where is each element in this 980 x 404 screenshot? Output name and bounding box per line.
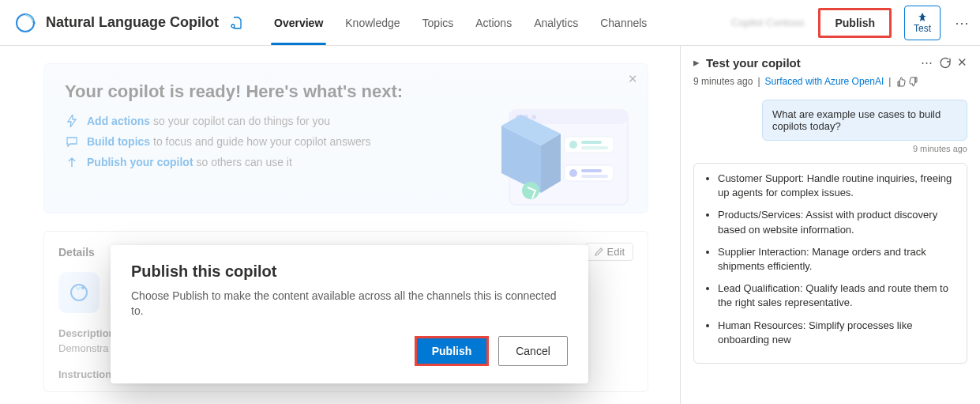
tab-overview[interactable]: Overview bbox=[263, 0, 334, 45]
tab-knowledge[interactable]: Knowledge bbox=[334, 0, 411, 45]
modal-title: Publish this copilot bbox=[131, 262, 568, 281]
message-meta: 9 minutes ago | Surfaced with Azure Open… bbox=[693, 76, 967, 87]
test-panel: ▸ Test your copilot ⋯ ✕ 9 minutes ago | … bbox=[680, 46, 980, 404]
test-button-label: Test bbox=[914, 23, 931, 34]
bot-message: Customer Support: Handle routine inquiri… bbox=[693, 163, 967, 364]
environment-label: Copilot Contoso bbox=[731, 17, 805, 28]
svg-point-2 bbox=[231, 25, 235, 28]
bot-item: Supplier Interaction: Manage orders and … bbox=[718, 245, 959, 274]
top-bar: Natural Language Copilot Overview Knowle… bbox=[0, 0, 980, 46]
publish-highlight: Publish bbox=[415, 336, 489, 366]
bot-item: Lead Qualification: Qualify leads and ro… bbox=[718, 281, 959, 310]
reply-timestamp: 9 minutes ago bbox=[693, 144, 967, 153]
modal-cancel-button[interactable]: Cancel bbox=[498, 336, 568, 366]
source-link[interactable]: Surfaced with Azure OpenAI bbox=[765, 76, 884, 87]
nav-tabs: Overview Knowledge Topics Actions Analyt… bbox=[263, 0, 658, 45]
bot-item: Human Resources: Simplify processes like… bbox=[718, 319, 959, 347]
test-panel-title: Test your copilot bbox=[706, 56, 914, 70]
modal-publish-button[interactable]: Publish bbox=[417, 338, 486, 364]
modal-text: Choose Publish to make the content avail… bbox=[131, 289, 568, 319]
tab-topics[interactable]: Topics bbox=[411, 0, 465, 45]
publish-modal: Publish this copilot Choose Publish to m… bbox=[111, 245, 588, 383]
refresh-icon[interactable] bbox=[939, 57, 951, 69]
caret-right-icon[interactable]: ▸ bbox=[693, 55, 700, 70]
test-button[interactable]: Test bbox=[904, 6, 941, 40]
tab-channels[interactable]: Channels bbox=[589, 0, 658, 45]
thumbs-up-icon[interactable] bbox=[896, 77, 906, 87]
tab-analytics[interactable]: Analytics bbox=[523, 0, 589, 45]
app-logo-icon bbox=[14, 12, 36, 34]
overflow-icon[interactable]: ⋯ bbox=[955, 14, 969, 32]
bot-item: Products/Services: Assist with product d… bbox=[718, 208, 959, 236]
pin-icon bbox=[917, 12, 928, 23]
close-icon[interactable]: ✕ bbox=[957, 55, 967, 70]
tab-actions[interactable]: Actions bbox=[464, 0, 523, 45]
more-icon[interactable]: ⋯ bbox=[921, 55, 933, 70]
app-title: Natural Language Copilot bbox=[46, 14, 219, 31]
bot-item: Customer Support: Handle routine inquiri… bbox=[718, 172, 959, 200]
share-icon[interactable] bbox=[230, 17, 242, 29]
user-message: What are example use cases to build copi… bbox=[762, 100, 967, 141]
publish-button[interactable]: Publish bbox=[818, 8, 892, 38]
thumbs-down-icon[interactable] bbox=[909, 77, 919, 87]
